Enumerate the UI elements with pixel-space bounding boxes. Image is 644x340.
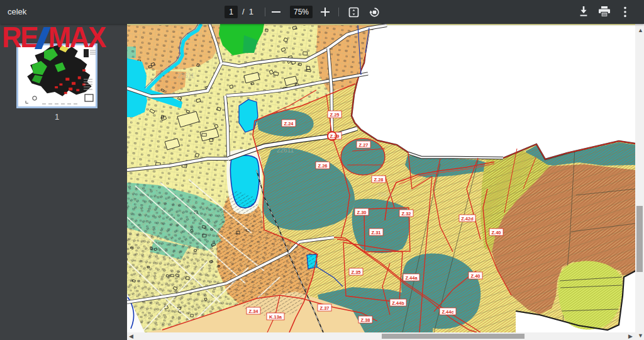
- svg-text:Z.25: Z.25: [330, 112, 339, 118]
- svg-text:Z.38: Z.38: [360, 317, 370, 323]
- svg-text:Z.28: Z.28: [374, 177, 383, 183]
- svg-text:Z.44b: Z.44b: [392, 300, 404, 306]
- svg-text:Z.34: Z.34: [248, 309, 258, 314]
- svg-text:Z.27: Z.27: [358, 142, 368, 148]
- svg-text:22611: 22611: [277, 147, 294, 154]
- svg-text:Z.26: Z.26: [318, 163, 327, 169]
- svg-text:K.13a: K.13a: [269, 314, 282, 320]
- svg-text:Z.42d: Z.42d: [461, 216, 474, 222]
- svg-text:Z.40: Z.40: [491, 230, 501, 235]
- svg-text:Z.40: Z.40: [470, 273, 480, 279]
- svg-text:Z.31: Z.31: [371, 230, 380, 235]
- svg-text:Z.32: Z.32: [401, 211, 411, 217]
- svg-text:Z.44c: Z.44c: [441, 309, 453, 315]
- svg-text:22611: 22611: [177, 72, 195, 79]
- svg-text:Z.37: Z.37: [319, 305, 329, 311]
- svg-text:Z.44a: Z.44a: [405, 275, 418, 281]
- svg-text:Z.30: Z.30: [357, 210, 366, 215]
- svg-text:Z.29: Z.29: [330, 133, 339, 139]
- svg-text:22611: 22611: [377, 191, 392, 198]
- svg-text:Z.35: Z.35: [351, 269, 360, 275]
- svg-text:Z.24: Z.24: [284, 121, 294, 127]
